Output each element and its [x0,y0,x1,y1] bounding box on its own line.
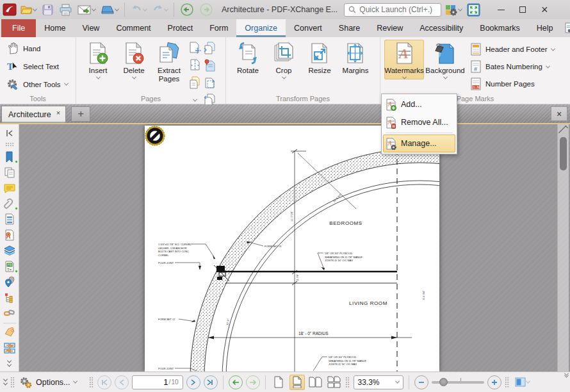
tab-protect[interactable]: Protect [159,19,202,37]
thumbnails-panel-button[interactable] [1,165,18,180]
tab-organize[interactable]: Organize [236,19,286,37]
scrollbar-thumb[interactable] [560,137,567,170]
zoom-slider-thumb[interactable] [439,378,448,386]
tab-view[interactable]: View [74,19,108,37]
resize-pages-icon[interactable] [204,76,216,90]
margins-button[interactable]: Margins [338,40,373,75]
document-tab-architecture[interactable]: Architecture × [1,106,66,123]
other-tools-button[interactable]: Other Tools [4,76,70,93]
watermarks-button[interactable]: A Watermarks [384,40,424,79]
zoom-slider[interactable] [432,381,484,384]
scroll-up-icon[interactable] [558,124,569,135]
split-pages-icon[interactable] [189,59,201,72]
signatures-panel-button[interactable] [1,227,18,243]
options-label[interactable]: Options... [36,378,70,387]
destinations-panel-button[interactable] [1,274,18,290]
bookmarks-panel-button[interactable] [1,149,18,164]
layers-panel-button[interactable] [1,243,18,258]
zoom-in-button[interactable] [487,375,501,389]
number-pages-button[interactable]: 1..N Number Pages [470,76,555,92]
watermarks-menu-remove-all[interactable]: A Remove All... [383,113,455,131]
pane-toggle-button[interactable] [513,376,532,388]
extract-pages-button[interactable]: Extract Pages [152,40,186,83]
tab-bookmarks[interactable]: Bookmarks [471,19,528,37]
rotate-pages-button[interactable]: Rotate [230,40,266,75]
close-document-button[interactable]: × [551,106,567,121]
close-button[interactable]: × [533,1,555,18]
statusbar-grip[interactable] [505,377,510,388]
new-document-tab-button[interactable]: + [71,106,90,122]
links-panel-button[interactable] [1,306,18,321]
fullscreen-button[interactable] [465,2,482,18]
bates-numbering-button[interactable]: # Bates Numbering [470,58,555,75]
quick-launch-box[interactable] [344,3,441,17]
structure-panel-button[interactable] [1,290,18,306]
history-forward-button[interactable] [197,1,215,18]
fields-panel-button[interactable] [1,211,18,227]
document-tab-close-icon[interactable]: × [56,109,60,117]
undo-button[interactable] [129,3,149,17]
statusbar-collapse-button[interactable] [4,379,7,386]
continuous-view-button[interactable] [289,375,305,390]
hand-tool-button[interactable]: Hand [4,40,70,57]
document-page[interactable]: 18' - 0" RADIUS BEDROOMS LIVING ROOM 1 3… [145,126,439,372]
find-button[interactable]: Find... [562,21,570,35]
header-and-footer-button[interactable]: Header and Footer [470,41,555,58]
tab-convert[interactable]: Convert [286,19,330,37]
move-pages-icon[interactable] [189,42,201,55]
watermarks-menu-add[interactable]: A Add... [383,95,455,113]
tab-share[interactable]: Share [330,19,368,37]
statusbar-corner-collapse[interactable] [565,373,568,378]
panel-grip[interactable] [5,142,14,147]
next-view-button[interactable] [246,375,260,389]
statusbar-grip[interactable] [10,377,15,388]
tags-panel-button[interactable] [1,325,18,340]
zoom-out-button[interactable] [414,375,428,389]
document-canvas[interactable]: 18' - 0" RADIUS BEDROOMS LIVING ROOM 1 3… [19,124,570,372]
tab-form[interactable]: Form [201,19,236,37]
launch-application-button[interactable] [443,2,464,18]
last-page-button[interactable] [204,375,218,389]
statusbar-grip[interactable] [89,377,94,388]
first-page-button[interactable] [97,375,111,389]
duplicate-pages-icon[interactable] [204,42,216,55]
watermarks-menu-manage[interactable]: A Manage... [383,135,455,152]
resize-pages-button[interactable]: Resize [302,40,338,75]
scan-button[interactable] [99,3,120,16]
previous-view-button[interactable] [229,375,243,389]
save-button[interactable] [40,3,56,17]
crop-pages-button[interactable]: Crop [266,40,302,79]
email-button[interactable] [76,3,97,17]
delete-pages-button[interactable]: Delete [116,40,152,79]
statusbar-grip[interactable] [345,377,350,388]
select-text-button[interactable]: T Select Text [4,58,70,75]
tab-comment[interactable]: Comment [108,19,159,37]
comments-panel-button[interactable] [1,180,18,195]
collapse-panel-button[interactable] [1,126,18,141]
single-page-view-button[interactable] [271,375,286,390]
options-chevron-icon[interactable] [72,379,77,384]
sidebar-collapse-button[interactable] [1,356,18,372]
zoom-level-select[interactable]: 33.3% [354,375,403,389]
quick-launch-input[interactable] [359,5,435,14]
tab-help[interactable]: Help [528,19,562,37]
previous-page-button[interactable] [115,375,129,389]
vertical-scrollbar[interactable] [557,124,569,372]
exchange-pages-icon[interactable] [189,76,201,90]
page-number-box[interactable]: 1 / 10 [132,375,183,389]
two-page-view-button[interactable] [308,375,323,390]
tab-file[interactable]: File [1,19,36,37]
insert-pages-button[interactable]: Insert [80,40,116,79]
tab-review[interactable]: Review [368,19,411,37]
content-panel-button[interactable]: T= [1,259,18,274]
background-button[interactable]: Background [424,40,466,79]
print-button[interactable] [57,3,74,17]
maximize-button[interactable] [512,1,533,18]
redo-button[interactable] [150,3,170,17]
order-panel-button[interactable] [1,340,18,355]
tab-home[interactable]: Home [36,19,74,37]
pin-page-icon[interactable] [204,59,216,72]
two-page-continuous-view-button[interactable] [327,375,342,390]
history-back-button[interactable] [178,1,196,18]
attachments-panel-button[interactable] [1,196,18,211]
